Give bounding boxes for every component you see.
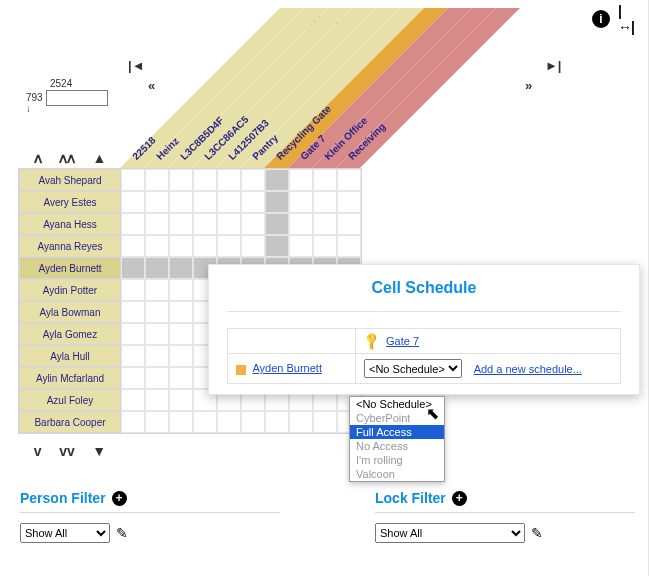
row-header[interactable]: Ayla Gomez xyxy=(19,323,121,345)
matrix-cell[interactable] xyxy=(169,257,193,279)
matrix-cell[interactable] xyxy=(169,411,193,433)
matrix-cell[interactable] xyxy=(121,367,145,389)
matrix-cell[interactable] xyxy=(289,411,313,433)
page-down-fast-button[interactable]: vv xyxy=(59,443,75,459)
matrix-cell[interactable] xyxy=(169,301,193,323)
matrix-cell[interactable] xyxy=(169,323,193,345)
matrix-cell[interactable] xyxy=(121,257,145,279)
row-header[interactable]: Aylin Mcfarland xyxy=(19,367,121,389)
matrix-cell[interactable] xyxy=(145,257,169,279)
matrix-cell[interactable] xyxy=(145,169,169,191)
schedule-option[interactable]: No Access xyxy=(350,439,444,453)
matrix-cell[interactable] xyxy=(169,345,193,367)
matrix-cell[interactable] xyxy=(313,191,337,213)
matrix-cell[interactable] xyxy=(121,323,145,345)
matrix-cell[interactable] xyxy=(289,235,313,257)
matrix-cell[interactable] xyxy=(217,411,241,433)
matrix-cell[interactable] xyxy=(145,411,169,433)
matrix-cell[interactable] xyxy=(169,191,193,213)
matrix-cell[interactable] xyxy=(145,235,169,257)
matrix-cell[interactable] xyxy=(313,169,337,191)
matrix-cell[interactable] xyxy=(145,345,169,367)
person-filter-edit-icon[interactable]: ✎ xyxy=(116,525,128,541)
matrix-cell[interactable] xyxy=(169,235,193,257)
matrix-cell[interactable] xyxy=(265,235,289,257)
matrix-cell[interactable] xyxy=(217,235,241,257)
matrix-cell[interactable] xyxy=(121,411,145,433)
matrix-cell[interactable] xyxy=(169,169,193,191)
schedule-option[interactable]: Valcoon xyxy=(350,467,444,481)
schedule-select[interactable]: <No Schedule> xyxy=(364,359,462,378)
row-header[interactable]: Ayana Hess xyxy=(19,213,121,235)
matrix-cell[interactable] xyxy=(289,191,313,213)
lock-filter-edit-icon[interactable]: ✎ xyxy=(531,525,543,541)
matrix-cell[interactable] xyxy=(145,301,169,323)
page-last-button[interactable]: ►| xyxy=(545,58,562,73)
matrix-cell[interactable] xyxy=(217,169,241,191)
matrix-cell[interactable] xyxy=(193,235,217,257)
info-icon[interactable]: i xyxy=(592,10,610,28)
matrix-cell[interactable] xyxy=(337,191,361,213)
row-header[interactable]: Avah Shepard xyxy=(19,169,121,191)
column-header[interactable]: 22518 xyxy=(130,135,157,162)
row-header[interactable]: Barbara Cooper xyxy=(19,411,121,433)
matrix-cell[interactable] xyxy=(193,411,217,433)
person-filter-select[interactable]: Show All xyxy=(20,523,110,543)
schedule-option[interactable]: I'm rolling xyxy=(350,453,444,467)
matrix-cell[interactable] xyxy=(265,169,289,191)
matrix-cell[interactable] xyxy=(265,411,289,433)
matrix-cell[interactable] xyxy=(265,213,289,235)
schedule-option[interactable]: Full Access xyxy=(350,425,444,439)
matrix-cell[interactable] xyxy=(145,191,169,213)
matrix-cell[interactable] xyxy=(121,389,145,411)
matrix-cell[interactable] xyxy=(337,169,361,191)
lock-filter-select[interactable]: Show All xyxy=(375,523,525,543)
page-next-button[interactable]: » xyxy=(525,78,532,93)
matrix-cell[interactable] xyxy=(193,169,217,191)
fit-width-icon[interactable]: |↔| xyxy=(618,10,636,28)
matrix-cell[interactable] xyxy=(121,213,145,235)
person-link[interactable]: Ayden Burnett xyxy=(252,362,322,374)
matrix-cell[interactable] xyxy=(121,191,145,213)
page-up-fast-button[interactable]: ʌʌ xyxy=(59,150,75,166)
matrix-cell[interactable] xyxy=(241,169,265,191)
matrix-cell[interactable] xyxy=(145,213,169,235)
matrix-cell[interactable] xyxy=(193,213,217,235)
matrix-cell[interactable] xyxy=(289,213,313,235)
matrix-cell[interactable] xyxy=(241,235,265,257)
matrix-cell[interactable] xyxy=(145,279,169,301)
matrix-cell[interactable] xyxy=(193,191,217,213)
lock-link[interactable]: Gate 7 xyxy=(386,335,419,347)
row-header[interactable]: Ayanna Reyes xyxy=(19,235,121,257)
matrix-cell[interactable] xyxy=(145,323,169,345)
schedule-option[interactable]: CyberPoint xyxy=(350,411,444,425)
matrix-cell[interactable] xyxy=(121,345,145,367)
matrix-cell[interactable] xyxy=(169,213,193,235)
page-top-button[interactable]: ▲ xyxy=(92,150,106,166)
row-header[interactable]: Ayla Hull xyxy=(19,345,121,367)
matrix-cell[interactable] xyxy=(265,191,289,213)
schedule-dropdown-list[interactable]: <No Schedule>CyberPointFull AccessNo Acc… xyxy=(349,396,445,482)
page-prev-button[interactable]: « xyxy=(148,78,155,93)
matrix-cell[interactable] xyxy=(169,389,193,411)
page-first-button[interactable]: |◄ xyxy=(128,58,145,73)
row-header[interactable]: Aydin Potter xyxy=(19,279,121,301)
matrix-cell[interactable] xyxy=(121,235,145,257)
page-down-button[interactable]: v xyxy=(34,443,42,459)
matrix-cell[interactable] xyxy=(169,367,193,389)
matrix-cell[interactable] xyxy=(313,235,337,257)
matrix-cell[interactable] xyxy=(217,191,241,213)
lock-filter-add-button[interactable]: + xyxy=(452,491,467,506)
matrix-cell[interactable] xyxy=(241,191,265,213)
row-header[interactable]: Avery Estes xyxy=(19,191,121,213)
schedule-option[interactable]: <No Schedule> xyxy=(350,397,444,411)
add-schedule-link[interactable]: Add a new schedule... xyxy=(474,363,582,375)
matrix-cell[interactable] xyxy=(241,411,265,433)
matrix-cell[interactable] xyxy=(289,169,313,191)
matrix-cell[interactable] xyxy=(337,235,361,257)
page-bottom-button[interactable]: ▼ xyxy=(92,443,106,459)
matrix-cell[interactable] xyxy=(121,169,145,191)
row-header[interactable]: Ayla Bowman xyxy=(19,301,121,323)
column-header[interactable]: Heinz xyxy=(154,135,181,162)
matrix-cell[interactable] xyxy=(217,213,241,235)
